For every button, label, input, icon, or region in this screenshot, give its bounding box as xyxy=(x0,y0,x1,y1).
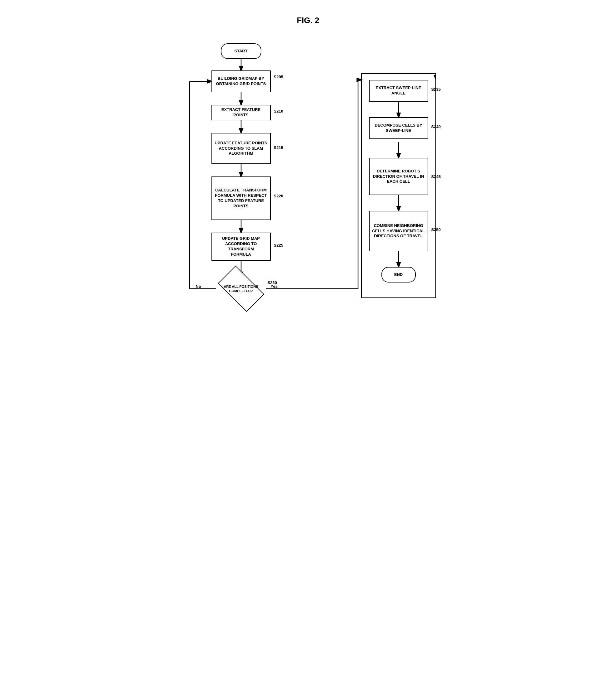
s220-text: CALCULATE TRANSFORM FORMULA WITH RESPECT… xyxy=(215,188,267,209)
s225-box: UPDATE GRID MAP ACCORDING TO TRANSFORM F… xyxy=(212,233,271,261)
s220-box: CALCULATE TRANSFORM FORMULA WITH RESPECT… xyxy=(212,176,271,220)
end-node: END xyxy=(381,267,416,283)
flowchart: START BUILDING GRIDMAP BY OBTAINING GRID… xyxy=(180,35,436,362)
s250-box: COMBINE NEIGHBORING CELLS HAVING IDENTIC… xyxy=(369,211,428,251)
s220-label: S220 xyxy=(274,193,283,198)
s215-text: UPDATE FEATURE POINTS ACCORDING TO SLAM … xyxy=(215,141,267,156)
s245-label: S245 xyxy=(431,174,441,179)
s210-text: EXTRACT FEATURE POINTS xyxy=(215,107,268,118)
s235-box: EXTRACT SWEEP-LINE ANGLE xyxy=(369,80,428,102)
s205-box: BUILDING GRIDMAP BY OBTAINING GRID POINT… xyxy=(212,70,271,92)
s205-text: BUILDING GRIDMAP BY OBTAINING GRID POINT… xyxy=(216,76,266,87)
yes-label: Yes xyxy=(271,284,278,289)
s245-text: DETERMINE ROBOT'S DIRECTION OF TRAVEL IN… xyxy=(373,169,424,185)
s240-box: DECOMPOSE CELLS BY SWEEP-LINE xyxy=(369,117,428,139)
s225-text: UPDATE GRID MAP ACCORDING TO TRANSFORM F… xyxy=(215,236,268,257)
page: FIG. 2 xyxy=(168,6,449,371)
s230-text: ARE ALL POSITIONS COMPLETED? xyxy=(223,284,258,293)
s235-label: S235 xyxy=(431,87,441,92)
start-node: START xyxy=(221,43,261,59)
s210-label: S210 xyxy=(274,109,283,114)
s230-diamond: ARE ALL POSITIONS COMPLETED? xyxy=(216,276,266,301)
s240-text: DECOMPOSE CELLS BY SWEEP-LINE xyxy=(374,123,422,133)
s225-label: S225 xyxy=(274,243,283,248)
s210-box: EXTRACT FEATURE POINTS xyxy=(212,105,271,120)
s240-label: S240 xyxy=(431,124,441,129)
s235-text: EXTRACT SWEEP-LINE ANGLE xyxy=(376,85,421,96)
no-label: No xyxy=(196,284,201,289)
figure-title: FIG. 2 xyxy=(180,16,436,25)
s205-label: S205 xyxy=(274,74,283,79)
s250-label: S250 xyxy=(431,227,441,232)
s215-label: S215 xyxy=(274,145,283,150)
s250-text: COMBINE NEIGHBORING CELLS HAVING IDENTIC… xyxy=(372,223,425,239)
s245-box: DETERMINE ROBOT'S DIRECTION OF TRAVEL IN… xyxy=(369,158,428,195)
s215-box: UPDATE FEATURE POINTS ACCORDING TO SLAM … xyxy=(212,133,271,164)
